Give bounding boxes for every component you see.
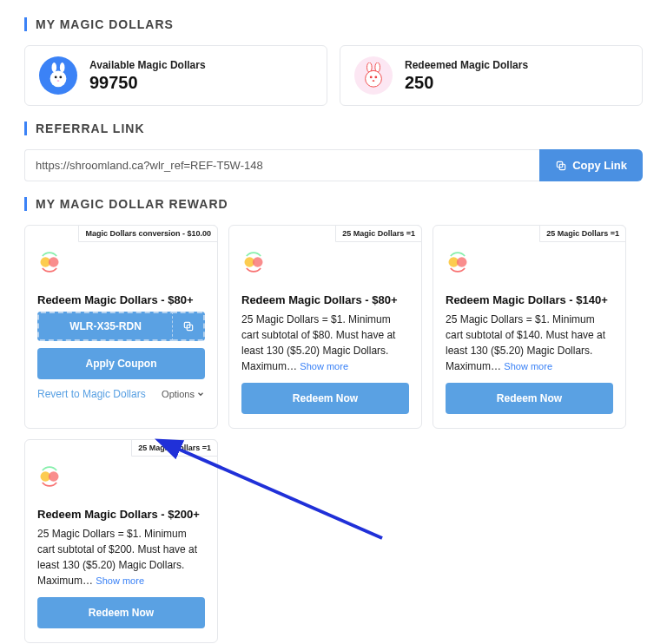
options-label: Options	[162, 389, 195, 399]
bunny-icon	[360, 62, 386, 89]
cycle-icon	[241, 250, 266, 274]
cycle-icon	[446, 250, 470, 274]
svg-point-23	[49, 471, 59, 482]
chevron-down-icon	[196, 390, 205, 398]
svg-point-10	[374, 76, 377, 78]
reward-desc: 25 Magic Dollars = $1. Minimum cart subt…	[37, 526, 205, 588]
referral-row: Copy Link	[24, 149, 643, 181]
reward-title: Redeem Magic Dollars - $80+	[241, 293, 409, 306]
redeem-now-button[interactable]: Redeem Now	[37, 597, 205, 628]
stats-row: Available Magic Dollars 99750 Redeemed M…	[24, 45, 643, 106]
redeemed-value: 250	[405, 73, 528, 93]
show-more-link[interactable]: Show more	[96, 575, 144, 586]
svg-point-21	[457, 257, 467, 267]
revert-link[interactable]: Revert to Magic Dollars	[37, 388, 146, 400]
svg-point-19	[253, 257, 263, 267]
svg-point-3	[55, 76, 57, 78]
reward-tag: Magic Dollars conversion - $10.00	[78, 225, 218, 242]
stat-card-available: Available Magic Dollars 99750	[24, 45, 327, 106]
reward-tag: 25 Magic Dollars =1	[335, 225, 422, 242]
copy-icon	[555, 160, 567, 172]
section-title-referral: REFERRAL LINK	[24, 122, 643, 135]
bunny-icon-blue	[39, 56, 77, 95]
reward-card: 25 Magic Dollars =1 Redeem Magic Dollars…	[228, 225, 422, 429]
bunny-icon-pink	[354, 56, 393, 95]
cycle-icon	[37, 464, 62, 489]
options-dropdown[interactable]: Options	[162, 389, 205, 399]
svg-point-1	[60, 62, 65, 72]
copy-icon	[182, 320, 195, 332]
reward-card: 25 Magic Dollars =1 Redeem Magic Dollars…	[24, 439, 218, 643]
revert-row: Revert to Magic Dollars Options	[37, 388, 205, 400]
copy-link-button[interactable]: Copy Link	[539, 149, 643, 181]
coupon-row: WLR-X35-RDN	[37, 312, 205, 341]
show-more-link[interactable]: Show more	[504, 361, 552, 371]
rewards-grid: Magic Dollars conversion - $10.00 Redeem…	[24, 225, 643, 643]
referral-url-input[interactable]	[24, 149, 539, 181]
svg-point-15	[49, 257, 59, 267]
reward-title: Redeem Magic Dollars - $80+	[37, 293, 205, 306]
svg-point-5	[57, 80, 60, 82]
stat-card-redeemed: Redeemed Magic Dollars 250	[340, 45, 643, 106]
reward-card: 25 Magic Dollars =1 Redeem Magic Dollars…	[433, 225, 626, 429]
available-label: Available Magic Dollars	[89, 59, 206, 71]
reward-title: Redeem Magic Dollars - $140+	[446, 293, 613, 306]
section-title-reward: MY MAGIC DOLLAR REWARD	[24, 197, 643, 211]
redeemed-label: Redeemed Magic Dollars	[405, 59, 528, 71]
reward-card-coupon: Magic Dollars conversion - $10.00 Redeem…	[24, 225, 218, 429]
show-more-link[interactable]: Show more	[300, 361, 348, 371]
cycle-icon	[37, 250, 62, 274]
svg-point-11	[373, 80, 375, 82]
copy-link-label: Copy Link	[572, 159, 627, 172]
section-title-magic-dollars: MY MAGIC DOLLARS	[24, 17, 643, 31]
available-value: 99750	[89, 73, 206, 93]
bunny-icon	[45, 62, 71, 89]
reward-title: Redeem Magic Dollars - $200+	[37, 508, 205, 521]
coupon-copy-button[interactable]	[172, 312, 205, 341]
apply-coupon-button[interactable]: Apply Coupon	[37, 348, 205, 379]
coupon-code: WLR-X35-RDN	[37, 312, 172, 341]
redeem-now-button[interactable]: Redeem Now	[446, 383, 613, 414]
redeem-now-button[interactable]: Redeem Now	[241, 383, 409, 414]
svg-point-0	[52, 62, 57, 72]
svg-point-9	[370, 76, 373, 78]
svg-point-8	[366, 70, 382, 87]
reward-tag: 25 Magic Dollars =1	[539, 225, 626, 242]
svg-point-4	[59, 76, 62, 78]
reward-desc: 25 Magic Dollars = $1. Minimum cart subt…	[446, 312, 613, 374]
reward-tag: 25 Magic Dollars =1	[131, 439, 218, 457]
svg-point-2	[50, 70, 67, 87]
reward-desc: 25 Magic Dollars = $1. Minimum cart subt…	[241, 312, 409, 374]
